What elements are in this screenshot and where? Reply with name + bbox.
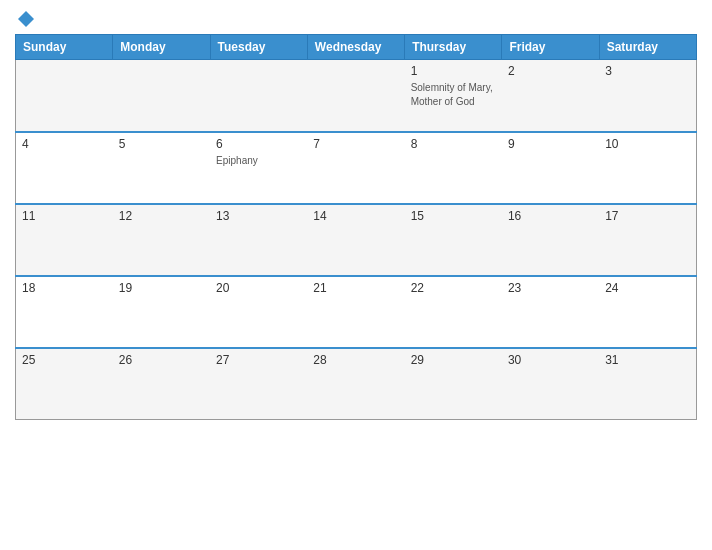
day-number: 4 [22,137,107,151]
event-text: Solemnity of Mary, Mother of God [411,82,493,107]
day-number: 19 [119,281,204,295]
calendar-week-row: 11121314151617 [16,204,697,276]
table-row [113,60,210,132]
table-row: 29 [405,348,502,420]
table-row: 31 [599,348,696,420]
table-row: 1Solemnity of Mary, Mother of God [405,60,502,132]
day-number: 12 [119,209,204,223]
header-thursday: Thursday [405,35,502,60]
day-number: 5 [119,137,204,151]
header-wednesday: Wednesday [307,35,404,60]
table-row: 2 [502,60,599,132]
day-number: 31 [605,353,690,367]
table-row: 3 [599,60,696,132]
table-row: 6Epiphany [210,132,307,204]
table-row: 13 [210,204,307,276]
header-friday: Friday [502,35,599,60]
day-number: 1 [411,64,496,78]
day-number: 18 [22,281,107,295]
logo [15,10,35,28]
table-row: 11 [16,204,113,276]
day-number: 25 [22,353,107,367]
day-number: 11 [22,209,107,223]
header-saturday: Saturday [599,35,696,60]
day-number: 26 [119,353,204,367]
table-row: 8 [405,132,502,204]
day-number: 21 [313,281,398,295]
table-row: 19 [113,276,210,348]
table-row: 9 [502,132,599,204]
day-number: 13 [216,209,301,223]
table-row: 4 [16,132,113,204]
svg-marker-0 [18,11,34,27]
table-row: 21 [307,276,404,348]
table-row: 25 [16,348,113,420]
day-number: 3 [605,64,690,78]
event-text: Epiphany [216,155,258,166]
day-number: 28 [313,353,398,367]
day-number: 16 [508,209,593,223]
header-monday: Monday [113,35,210,60]
logo-flag-icon [17,10,35,28]
table-row: 20 [210,276,307,348]
table-row: 26 [113,348,210,420]
day-number: 30 [508,353,593,367]
calendar-week-row: 18192021222324 [16,276,697,348]
table-row: 5 [113,132,210,204]
calendar-week-row: 456Epiphany78910 [16,132,697,204]
calendar-header [15,10,697,28]
day-number: 7 [313,137,398,151]
day-number: 29 [411,353,496,367]
table-row: 7 [307,132,404,204]
table-row: 23 [502,276,599,348]
table-row: 22 [405,276,502,348]
day-number: 15 [411,209,496,223]
table-row [16,60,113,132]
calendar-week-row: 1Solemnity of Mary, Mother of God23 [16,60,697,132]
day-number: 24 [605,281,690,295]
table-row: 12 [113,204,210,276]
calendar-page: Sunday Monday Tuesday Wednesday Thursday… [0,0,712,550]
day-number: 17 [605,209,690,223]
table-row: 17 [599,204,696,276]
days-header-row: Sunday Monday Tuesday Wednesday Thursday… [16,35,697,60]
table-row [307,60,404,132]
day-number: 8 [411,137,496,151]
day-number: 27 [216,353,301,367]
table-row: 15 [405,204,502,276]
calendar-week-row: 25262728293031 [16,348,697,420]
day-number: 6 [216,137,301,151]
table-row: 30 [502,348,599,420]
header-sunday: Sunday [16,35,113,60]
day-number: 14 [313,209,398,223]
header-tuesday: Tuesday [210,35,307,60]
day-number: 9 [508,137,593,151]
table-row: 14 [307,204,404,276]
table-row: 18 [16,276,113,348]
table-row: 24 [599,276,696,348]
day-number: 23 [508,281,593,295]
day-number: 10 [605,137,690,151]
table-row [210,60,307,132]
day-number: 20 [216,281,301,295]
table-row: 16 [502,204,599,276]
table-row: 10 [599,132,696,204]
day-number: 22 [411,281,496,295]
calendar-table: Sunday Monday Tuesday Wednesday Thursday… [15,34,697,420]
table-row: 28 [307,348,404,420]
table-row: 27 [210,348,307,420]
day-number: 2 [508,64,593,78]
